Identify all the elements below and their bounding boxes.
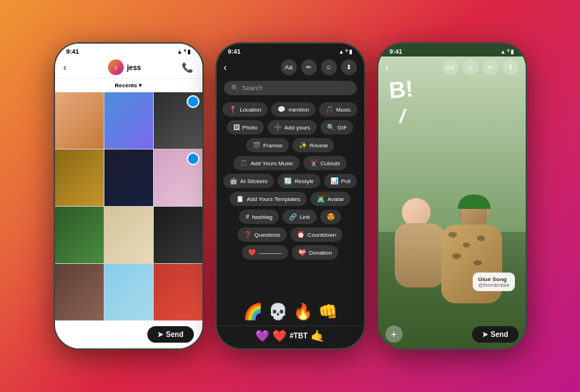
gallery-cell[interactable] — [55, 264, 104, 320]
gallery-cell[interactable] — [154, 92, 202, 149]
questions-sticker[interactable]: ❓Questions — [237, 227, 287, 242]
sticker-row-9: ❤️———— 💝Donation — [222, 245, 358, 260]
recents-arrow: ▾ — [139, 82, 142, 89]
recents-bar[interactable]: Recents ▾ — [55, 79, 202, 92]
mention-sticker[interactable]: 💬mention — [271, 102, 315, 117]
gallery-grid — [55, 92, 202, 320]
phone-story: 9:41 ▲ ᵟ ▮ — [377, 42, 527, 350]
emoji-sticker[interactable]: 😍 — [320, 210, 341, 224]
sticker-row-2: 🖼Photo ➕Add yours 🔍GIF — [222, 120, 358, 134]
sticker-grid: 📍Location 💬mention 🎵Music 🖼Photo ➕Add yo… — [217, 98, 364, 298]
sticker-emoji-3[interactable]: 🔥 — [293, 303, 313, 321]
call-icon[interactable]: 📞 — [182, 62, 193, 73]
music-sticker[interactable]: 🎵Music — [319, 102, 358, 117]
back-button-3[interactable]: ‹ — [385, 62, 389, 73]
sticker-row-5: 🤖AI Stickers 🔄Restyle 📊Poll — [222, 174, 358, 188]
cutouts-sticker[interactable]: ✂️Cutouts — [303, 156, 347, 170]
sticker-row-6: 📋Add Yours Templates 🧑‍💻Avatar — [222, 192, 358, 206]
send-label-1: Send — [166, 330, 183, 338]
send-icon-1: ➤ — [157, 330, 163, 338]
phone-stickers: 9:41 ▲ ᵟ ▮ ‹ Aa ✏ ☺ ⬇ 🔍 Search 📍Location… — [215, 42, 365, 350]
bottom-sticker-tbt[interactable]: #TBT — [290, 332, 308, 340]
text-tool-story[interactable]: Aa — [443, 59, 458, 75]
avatar: J — [108, 59, 124, 75]
sticker-tool-story[interactable]: ☺ — [463, 59, 478, 75]
add-yours-music-sticker[interactable]: 🎵Add Yours Music — [233, 156, 300, 170]
gallery-cell[interactable] — [55, 150, 104, 206]
gallery-cell[interactable] — [104, 150, 153, 206]
avatar-sticker[interactable]: 🧑‍💻Avatar — [310, 192, 350, 206]
donation-sticker[interactable]: 💝Donation — [292, 245, 338, 260]
link-sticker[interactable]: 🔗Link — [282, 210, 317, 224]
send-label-3: Send — [491, 330, 508, 338]
location-sticker[interactable]: 📍Location — [222, 102, 267, 117]
photo-sticker[interactable]: 🖼Photo — [227, 120, 264, 134]
slider-sticker[interactable]: ❤️———— — [242, 245, 288, 260]
status-bar-3: 9:41 ▲ ᵟ ▮ — [378, 44, 526, 57]
search-bar[interactable]: 🔍 Search — [224, 81, 357, 95]
hashtag-sticker[interactable]: #hashtag — [239, 210, 278, 224]
person-right-figure — [438, 198, 509, 327]
status-icons-1: ▲ ᵟ ▮ — [177, 49, 190, 55]
gallery-cell[interactable] — [55, 207, 104, 263]
sticker-row-4: 🎵Add Yours Music ✂️Cutouts — [222, 156, 358, 170]
story-tools: Aa ☺ ✏ ⬇ — [443, 59, 518, 75]
sticker-emoji-4[interactable]: 👊 — [318, 303, 338, 321]
frames-sticker[interactable]: 🎬Frames — [246, 138, 289, 152]
bottom-sticker-hand[interactable]: 🤙 — [310, 329, 325, 343]
story-area: B! / Glue Song @theedenbee ‹ Aa ☺ ✏ ⬇ + … — [378, 57, 526, 348]
status-icons-3: ▲ ᵟ ▮ — [500, 49, 513, 55]
poll-sticker[interactable]: 📊Poll — [324, 174, 357, 188]
sticker-emoji-1[interactable]: 🌈 — [243, 303, 262, 321]
story-toolbar-top: ‹ Aa ☺ ✏ ⬇ — [378, 57, 526, 78]
story-footer: + ➤ Send — [385, 325, 518, 343]
gallery-cell[interactable] — [104, 207, 153, 263]
back-button-1[interactable]: ‹ — [64, 62, 67, 73]
gallery-cell[interactable] — [154, 207, 202, 263]
filter-tool-story[interactable]: ✏ — [483, 59, 498, 75]
countdown-sticker[interactable]: ⏰Countdown — [290, 227, 343, 242]
sticker-emoji-2[interactable]: 💀 — [268, 303, 287, 321]
ai-stickers-sticker[interactable]: 🤖AI Stickers — [223, 174, 274, 188]
head-left — [402, 198, 431, 227]
sticker-row-1: 📍Location 💬mention 🎵Music — [222, 102, 358, 117]
add-yours-templates-sticker[interactable]: 📋Add Yours Templates — [230, 192, 307, 206]
sticker-row-7: #hashtag 🔗Link 😍 — [222, 210, 358, 224]
filter-tool-icon[interactable]: ☺ — [321, 59, 337, 75]
add-media-button[interactable]: + — [385, 325, 403, 343]
gallery-header: ‹ J jess 📞 — [55, 57, 202, 79]
back-button-2[interactable]: ‹ — [224, 62, 227, 73]
status-time-2: 9:41 — [228, 48, 241, 55]
download-icon[interactable]: ⬇ — [341, 59, 357, 75]
people-group — [378, 198, 526, 327]
text-tool-icon[interactable]: Aa — [281, 59, 297, 75]
user-info: J jess — [108, 59, 141, 75]
gallery-cell[interactable] — [154, 150, 202, 206]
spot-1 — [448, 232, 457, 237]
spot-2 — [463, 242, 470, 248]
restyle-sticker[interactable]: 🔄Restyle — [277, 174, 320, 188]
gallery-cell[interactable] — [104, 92, 153, 149]
send-button-1[interactable]: ➤ Send — [147, 326, 193, 343]
draw-tool-icon[interactable]: ✏ — [301, 59, 317, 75]
status-bar-1: 9:41 ▲ ᵟ ▮ — [55, 44, 202, 57]
sticker-header: ‹ Aa ✏ ☺ ⬇ — [217, 57, 364, 78]
gif-sticker[interactable]: 🔍GIF — [320, 120, 353, 134]
bottom-sticker-heart[interactable]: 💜 — [255, 329, 270, 343]
gallery-cell[interactable] — [154, 264, 202, 320]
download-tool-story[interactable]: ⬇ — [503, 59, 518, 75]
add-yours-sticker[interactable]: ➕Add yours — [267, 120, 317, 134]
phone-gallery: 9:41 ▲ ᵟ ▮ ‹ J jess 📞 Recents ▾ ➤ Send — [54, 42, 204, 350]
status-icons-2: ▲ ᵟ ▮ — [338, 49, 352, 55]
gallery-cell[interactable] — [55, 92, 104, 149]
bottom-sticker-like[interactable]: ❤️ — [272, 329, 287, 343]
glue-song-sticker[interactable]: Glue Song @theedenbee — [473, 273, 514, 291]
send-button-3[interactable]: ➤ Send — [472, 326, 518, 343]
sticker-row-8: ❓Questions ⏰Countdown — [222, 227, 358, 242]
spot-4 — [452, 253, 461, 259]
reveal-sticker[interactable]: ✨Reveal — [293, 138, 334, 152]
gallery-cell[interactable] — [104, 264, 153, 320]
search-placeholder: Search — [242, 84, 263, 92]
username: jess — [127, 64, 141, 72]
status-time-1: 9:41 — [67, 48, 79, 55]
